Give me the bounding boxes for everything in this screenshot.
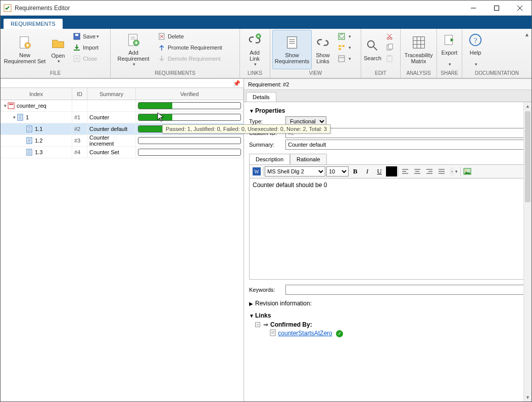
svg-rect-8 — [75, 34, 78, 36]
app-icon — [4, 4, 12, 12]
window-title: Requirements Editor — [15, 5, 462, 12]
svg-rect-43 — [8, 103, 14, 109]
svg-rect-23 — [338, 48, 341, 50]
svg-rect-24 — [342, 45, 345, 47]
col-id[interactable]: ID — [72, 88, 87, 100]
type-label: Type: — [249, 118, 285, 124]
help-button[interactable]: ? Help▾ — [464, 30, 487, 69]
insert-image-button[interactable] — [462, 166, 473, 176]
svg-text:W: W — [254, 169, 259, 174]
import-button[interactable]: Import — [70, 42, 102, 53]
align-right-button[interactable] — [424, 166, 435, 176]
arrow-right-icon: ⇒ — [263, 321, 268, 328]
show-links-button[interactable]: Show Links — [312, 30, 334, 69]
close-file-button[interactable]: Close — [70, 53, 102, 64]
paste-button[interactable] — [383, 53, 398, 64]
minimize-button[interactable] — [462, 1, 485, 16]
col-index[interactable]: Index — [1, 88, 72, 100]
show-requirements-button[interactable]: Show Requirements — [272, 30, 312, 69]
group-label-links: LINKS — [242, 70, 268, 78]
align-center-button[interactable] — [412, 166, 423, 176]
underline-button[interactable]: U — [374, 166, 385, 176]
svg-rect-2 — [495, 6, 499, 10]
svg-rect-25 — [338, 56, 345, 62]
properties-section-header[interactable]: ▼Properties — [249, 107, 526, 114]
group-label-file: FILE — [3, 70, 108, 78]
add-requirement-button[interactable]: Add Requirement▾ — [113, 30, 154, 69]
table-row[interactable]: 1.3#4Counter Set — [1, 147, 244, 158]
svg-rect-35 — [413, 37, 424, 49]
svg-rect-32 — [389, 44, 393, 49]
collapse-icon[interactable]: − — [255, 322, 260, 327]
save-button[interactable]: Save▾ — [70, 31, 102, 42]
group-label-analysis: ANALYSIS — [403, 70, 434, 78]
links-section-header[interactable]: ▼Links — [249, 312, 526, 319]
open-button[interactable]: Open▾ — [47, 30, 69, 69]
view-opt-1[interactable]: ▾ — [335, 31, 354, 42]
traceability-matrix-button[interactable]: Traceability Matrix — [403, 30, 434, 69]
highlight-button[interactable]: ·▾ — [448, 166, 459, 176]
promote-requirement-button[interactable]: Promote Requirement — [155, 42, 225, 53]
font-family-select[interactable]: MS Shell Dlg 2 — [265, 166, 325, 176]
align-justify-button[interactable] — [436, 166, 447, 176]
mouse-cursor-icon — [157, 112, 165, 122]
detail-tabs: Details — [244, 90, 531, 102]
svg-rect-34 — [389, 55, 391, 57]
keywords-label: Keywords: — [249, 287, 285, 293]
tab-details[interactable]: Details — [246, 92, 276, 102]
table-row[interactable]: ▾1#1Counter — [1, 112, 244, 123]
group-label-requirements: REQUIREMENTS — [113, 70, 237, 78]
table-row[interactable]: ▾counter_req — [1, 100, 244, 112]
toolstrip-tabs: REQUIREMENTS — [1, 16, 531, 29]
demote-requirement-button[interactable]: Demote Requirement — [155, 53, 225, 64]
svg-text:?: ? — [474, 36, 477, 44]
svg-rect-77 — [270, 330, 275, 336]
group-label-share: SHARE — [439, 70, 460, 78]
svg-rect-17 — [287, 37, 297, 49]
close-button[interactable] — [508, 1, 531, 16]
new-requirement-set-button[interactable]: New Requirement Set — [3, 30, 47, 69]
svg-rect-9 — [74, 50, 80, 51]
view-opt-3[interactable]: ▾ — [335, 53, 354, 64]
confirmed-by-label: Confirmed By: — [270, 321, 312, 328]
keywords-input[interactable] — [285, 285, 526, 295]
italic-button[interactable]: I — [362, 166, 373, 176]
svg-line-28 — [374, 47, 377, 51]
description-tab[interactable]: Description — [249, 154, 290, 164]
bold-button[interactable]: B — [350, 166, 361, 176]
collapse-ribbon-icon[interactable]: ▴ — [524, 30, 529, 39]
font-color-button[interactable] — [386, 166, 397, 176]
copy-button[interactable] — [383, 42, 398, 53]
align-left-button[interactable] — [400, 166, 411, 176]
link-counterstartsatzero[interactable]: counterStartsAtZero — [278, 330, 332, 337]
description-editor[interactable]: Counter default should be 0 — [249, 178, 526, 280]
details-scrollbar[interactable]: ▲ ▼ — [523, 102, 531, 401]
svg-rect-22 — [338, 45, 341, 47]
tab-requirements[interactable]: REQUIREMENTS — [4, 19, 63, 29]
cut-button[interactable] — [383, 31, 398, 42]
group-label-edit: EDIT — [363, 70, 398, 78]
col-verified[interactable]: Verified — [136, 88, 244, 100]
pin-icon[interactable]: 📌 — [233, 80, 240, 87]
delete-requirement-button[interactable]: Delete — [155, 31, 225, 42]
svg-point-29 — [387, 37, 389, 39]
grid-body: ▾counter_req▾1#1Counter1.1#2Counter defa… — [1, 100, 244, 401]
col-summary[interactable]: Summary — [87, 88, 136, 100]
rationale-tab[interactable]: Rationale — [290, 154, 326, 164]
grid-header: Index ID Summary Verified — [1, 88, 244, 100]
word-icon[interactable]: W — [251, 166, 262, 176]
summary-label: Summary: — [249, 142, 285, 148]
group-label-view: VIEW — [272, 70, 359, 78]
maximize-button[interactable] — [485, 1, 508, 16]
ribbon: New Requirement Set Open▾ Save▾ Import C… — [1, 29, 531, 78]
export-button[interactable]: Export▾ — [439, 30, 460, 69]
font-size-select[interactable]: 10 — [326, 166, 349, 176]
revision-section-header[interactable]: ▶Revision information: — [249, 300, 526, 307]
summary-input[interactable] — [285, 140, 526, 150]
titlebar: Requirements Editor — [1, 1, 531, 16]
search-button[interactable]: Search — [363, 30, 382, 69]
table-row[interactable]: 1.2#3Counter increment — [1, 135, 244, 147]
group-label-documentation: DOCUMENTATION — [464, 70, 529, 78]
view-opt-2[interactable]: ▾ — [335, 42, 354, 53]
add-link-button[interactable]: Add Link▾ — [242, 30, 267, 69]
